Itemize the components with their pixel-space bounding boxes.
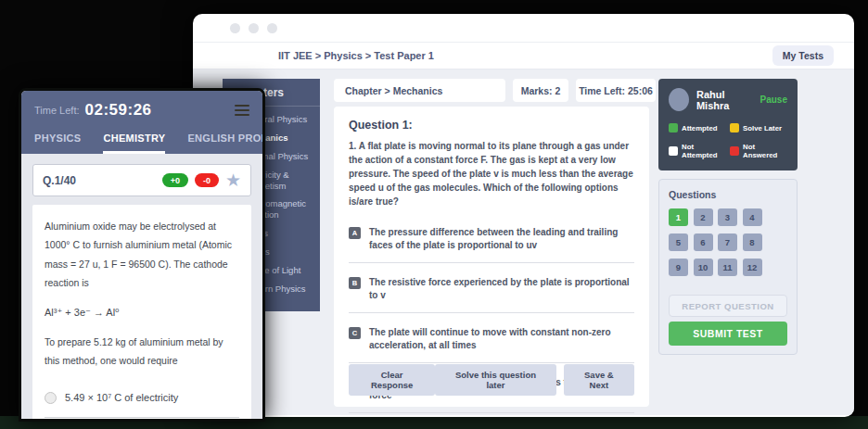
subject-tabs: PHYSICS CHEMISTRY ENGLISH PROFICIENCY [21,123,262,154]
question-number-7[interactable]: 7 [718,233,737,251]
user-name: Rahul Mishra [696,89,753,111]
option-text-b: The resistive force experienced by the p… [369,276,634,302]
user-card: Rahul Mishra Pause Attempted Solve Later… [658,79,798,170]
not-answered-swatch [730,146,739,156]
question-text: 1. A flat plate is moving normal to its … [349,139,634,208]
solve-later-button[interactable]: Solve this question later [435,364,556,396]
question-number-11[interactable]: 11 [718,259,737,276]
window-dot-icon [230,23,240,33]
mobile-question-card: Aluminium oxide may be electrolysed at 1… [32,205,251,422]
status-legend: Attempted Solve Later Not Attempted Not … [669,123,787,159]
tab-physics[interactable]: PHYSICS [34,132,81,154]
mobile-options-list: 5.49 × 10⁷ C of electricity 5.49 × 10⁴ C… [45,384,239,422]
mobile-body: Q.1/40 +0 -0 ★ Aluminium oxide may be el… [21,154,262,422]
mobile-question-bar: Q.1/40 +0 -0 ★ [32,164,251,196]
marks-chip: Marks: 2 [513,79,568,102]
solve-later-swatch [730,123,739,132]
question-number-8[interactable]: 8 [743,233,762,251]
test-content-area: Chapters General Physics Mechanics Therm… [193,69,854,415]
legend-label: Attempted [682,124,718,132]
option-text-a: The pressure difference between the lead… [369,226,634,252]
composite-background: IIT JEE > Physics > Test Paper 1 My Test… [0,0,868,429]
clear-response-button[interactable]: Clear Response [349,364,435,396]
desktop-window: IIT JEE > Physics > Test Paper 1 My Test… [193,14,854,417]
option-letter-c: C [349,327,361,339]
mobile-timer-value: 02:59:26 [85,101,152,120]
question-number-5[interactable]: 5 [669,233,688,251]
questions-panel-title: Questions [669,189,787,200]
window-titlebar [193,14,854,42]
question-number-10[interactable]: 10 [694,259,713,276]
legend-label: Not Answered [743,143,787,159]
option-row-a[interactable]: A The pressure difference between the le… [349,221,634,263]
legend-label: Solve Later [743,124,782,132]
question-footer: Clear Response Solve this question later… [349,364,634,396]
question-number-1[interactable]: 1 [669,208,688,226]
question-number-2[interactable]: 2 [694,208,713,226]
right-panel: Rahul Mishra Pause Attempted Solve Later… [658,79,798,355]
question-number-grid: 1 2 3 4 5 6 7 8 9 10 11 12 [669,208,787,284]
pause-button[interactable]: Pause [760,95,787,105]
positive-marks-badge: +0 [162,173,188,187]
my-tests-button[interactable]: My Tests [772,45,834,66]
option-row-c[interactable]: C The plate will continue to move with c… [349,321,634,363]
legend-label: Not Attempted [682,143,726,159]
mobile-question-number: Q.1/40 [43,174,76,187]
report-question-button[interactable]: REPORT QUESTION [669,295,787,317]
breadcrumb-bar: IIT JEE > Physics > Test Paper 1 My Test… [193,42,854,69]
window-dot-icon [267,23,277,33]
mobile-option-row-1[interactable]: 5.49 × 10⁷ C of electricity [45,384,239,418]
option-letter-a: A [349,227,361,239]
questions-panel: Questions 1 2 3 4 5 6 7 8 9 10 11 12 [658,179,798,355]
negative-marks-badge: -0 [195,173,219,187]
mobile-time-left-label: Time Left: [34,105,80,116]
tab-english-proficiency[interactable]: ENGLISH PROFICIENCY [187,132,265,154]
attempted-swatch [669,123,678,132]
cathode-reaction-formula: Al³⁺ + 3e⁻ → Al⁰ [45,307,239,319]
save-next-button[interactable]: Save & Next [564,364,634,396]
radio-icon[interactable] [45,392,57,404]
option-text-c: The plate will continue to move with con… [369,326,634,352]
question-title: Question 1: [349,119,634,132]
mobile-question-text: Aluminium oxide may be electrolysed at 1… [45,217,239,293]
avatar [669,88,689,111]
tab-chemistry[interactable]: CHEMISTRY [103,132,165,154]
breadcrumb[interactable]: IIT JEE > Physics > Test Paper 1 [278,50,434,61]
hamburger-menu-icon[interactable] [235,102,249,119]
mobile-header: Time Left: 02:59:26 PHYSICS CHEMISTRY EN… [21,91,262,154]
mobile-option-text-1: 5.49 × 10⁷ C of electricity [65,392,178,403]
window-dot-icon [249,23,259,33]
mobile-window: Time Left: 02:59:26 PHYSICS CHEMISTRY EN… [19,88,265,422]
question-number-6[interactable]: 6 [694,233,713,251]
question-number-3[interactable]: 3 [718,208,737,226]
question-card: Question 1: 1. A flat plate is moving no… [334,107,649,407]
question-number-4[interactable]: 4 [743,208,762,226]
question-number-12[interactable]: 12 [743,259,762,276]
option-letter-b: B [349,277,361,289]
bookmark-star-icon[interactable]: ★ [225,171,241,189]
question-number-9[interactable]: 9 [669,259,688,276]
time-left-chip: Time Left: 25:06 [576,79,656,102]
not-attempted-swatch [669,146,678,156]
mobile-question-text-2: To prepare 5.12 kg of aluminium metal by… [45,333,239,371]
chapter-breadcrumb-bar: Chapter > Mechanics [334,79,505,102]
submit-test-button[interactable]: SUBMIT TEST [669,322,787,346]
option-row-b[interactable]: B The resistive force experienced by the… [349,271,634,313]
